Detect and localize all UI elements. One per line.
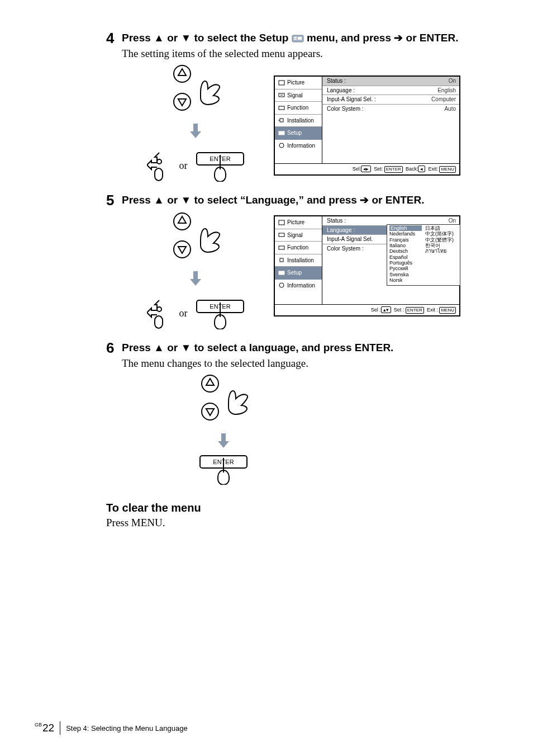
or-label: or: [179, 308, 188, 319]
svg-rect-17: [280, 119, 283, 122]
menu-item-setup: Setup: [275, 127, 322, 140]
menu-item-installation: Installation: [275, 254, 322, 267]
step-title: Press ▲ or ▼ to select a language, and p…: [122, 341, 393, 355]
back-key-icon: ◂: [418, 166, 425, 172]
foot-sel: Sel :: [371, 307, 381, 313]
step-title: Press ▲ or ▼ to select “Language,” and p…: [122, 193, 424, 207]
menu-panel-step5: Picture Signal Function Installation Set…: [274, 215, 460, 316]
press-hand-icon: [193, 221, 224, 257]
lang-option: Русский: [389, 266, 422, 271]
foot-exit: Exit :: [427, 307, 438, 313]
svg-rect-33: [280, 258, 283, 262]
row-value: On: [449, 78, 456, 84]
menu-item-setup: Setup: [275, 267, 322, 280]
menu-item-label: Picture: [287, 219, 304, 226]
row-value: Auto: [444, 106, 456, 112]
down-arrow-icon: ▼: [180, 341, 191, 355]
menu-item-picture: Picture: [275, 216, 322, 229]
svg-rect-25: [193, 271, 198, 279]
menu-item-installation: Installation: [275, 115, 322, 127]
lang-option: ภาษาไทย: [425, 248, 458, 254]
t-seg: Press: [122, 194, 154, 206]
svg-rect-1: [294, 37, 297, 38]
up-arrow-icon: ▲: [154, 193, 164, 207]
t-seg: or: [167, 342, 180, 353]
svg-marker-26: [190, 279, 201, 286]
lang-option: Français: [389, 237, 422, 243]
language-dropdown: English日本語 Nederlands中文(简体字) Français中文(…: [387, 224, 460, 286]
up-down-buttons: [165, 64, 226, 120]
row-key: Color System :: [327, 106, 364, 112]
svg-point-38: [202, 403, 218, 420]
lang-option: 日本語: [425, 225, 458, 231]
menu-item-label: Signal: [287, 92, 303, 99]
svg-rect-32: [279, 246, 284, 249]
page: 4 Press ▲ or ▼ to select the Setup menu,…: [0, 0, 533, 756]
menu-item-label: Installation: [287, 257, 314, 264]
up-button-icon: [173, 212, 192, 231]
page-prefix: GB: [35, 722, 42, 727]
menu-item-signal: Signal: [275, 89, 322, 102]
svg-point-10: [157, 159, 161, 164]
menu-item-label: Installation: [287, 117, 314, 124]
down-button-icon: [201, 402, 220, 421]
enter-button-icon: ENTER: [196, 149, 245, 182]
menu-item-label: Function: [287, 105, 308, 111]
or-label: or: [179, 160, 188, 172]
lang-option: [425, 277, 458, 283]
control-row: or ENTER: [147, 297, 245, 329]
foot-sel: Sel:: [353, 166, 361, 172]
svg-marker-41: [218, 441, 229, 448]
flow-arrow-icon: [188, 270, 203, 287]
lang-option: [425, 272, 458, 277]
menu-item-label: Function: [287, 244, 308, 251]
row-key: Language :: [327, 87, 355, 94]
menu-footer: Sel :▴▾ Set : ENTER Exit : MENU: [275, 304, 459, 315]
step5-figure: or ENTER Picture S: [140, 212, 488, 329]
menu-footer: Sel:◂▸ Set: ENTER Back:◂ Exit: MENU: [275, 163, 459, 174]
row-input-a: Input-A Signal Sel. :Computer: [322, 95, 459, 105]
right-arrow-icon: ➔: [394, 31, 403, 45]
key-menu: MENU: [439, 166, 456, 173]
row-value: On: [449, 218, 456, 224]
svg-point-20: [279, 143, 284, 148]
svg-rect-3: [298, 37, 302, 40]
menu-item-information: Information: [275, 140, 322, 152]
clear-menu-desc: Press MENU.: [106, 517, 499, 529]
remote-controls: or ENTER: [140, 212, 251, 329]
down-arrow-icon: ▼: [180, 193, 191, 207]
arrow-keys-icon: ▴▾: [381, 306, 391, 313]
menu-sidebar: Picture Signal Function Installation Set…: [275, 216, 322, 304]
flow-arrow-icon: [188, 122, 203, 139]
footer-text: Step 4: Selecting the Menu Language: [66, 724, 188, 733]
svg-rect-40: [221, 433, 226, 441]
foot-set: Set:: [374, 166, 383, 172]
right-arrow-icon: ➔: [360, 193, 369, 207]
clear-menu-heading: To clear the menu: [106, 502, 499, 514]
t-seg: or ENTER.: [372, 194, 425, 206]
menu-item-label: Setup: [287, 130, 302, 136]
svg-rect-34: [279, 271, 284, 275]
svg-marker-9: [190, 131, 201, 138]
svg-point-27: [157, 307, 161, 311]
foot-set: Set :: [394, 307, 404, 313]
enter-button-icon: ENTER: [196, 297, 245, 329]
up-arrow-icon: ▲: [154, 341, 164, 355]
lang-option: 中文(繁體字): [425, 237, 458, 243]
arrow-keys-icon: ◂▸: [361, 166, 371, 172]
enter-button-icon: ENTER: [199, 452, 248, 485]
lang-option: [425, 260, 458, 266]
svg-rect-31: [279, 233, 284, 237]
lang-option: Italiano: [389, 243, 422, 248]
svg-rect-8: [193, 124, 198, 131]
step-4: 4 Press ▲ or ▼ to select the Setup menu,…: [106, 31, 488, 182]
lang-option: English: [389, 225, 422, 231]
step-5: 5 Press ▲ or ▼ to select “Language,” and…: [106, 193, 488, 329]
menu-item-function: Function: [275, 242, 322, 254]
joystick-hand-icon: [147, 297, 172, 329]
step-number: 6: [106, 341, 122, 355]
svg-point-23: [174, 241, 191, 258]
flow-arrow-icon: [216, 432, 231, 449]
up-down-buttons: [165, 212, 226, 268]
menu-item-function: Function: [275, 102, 322, 115]
